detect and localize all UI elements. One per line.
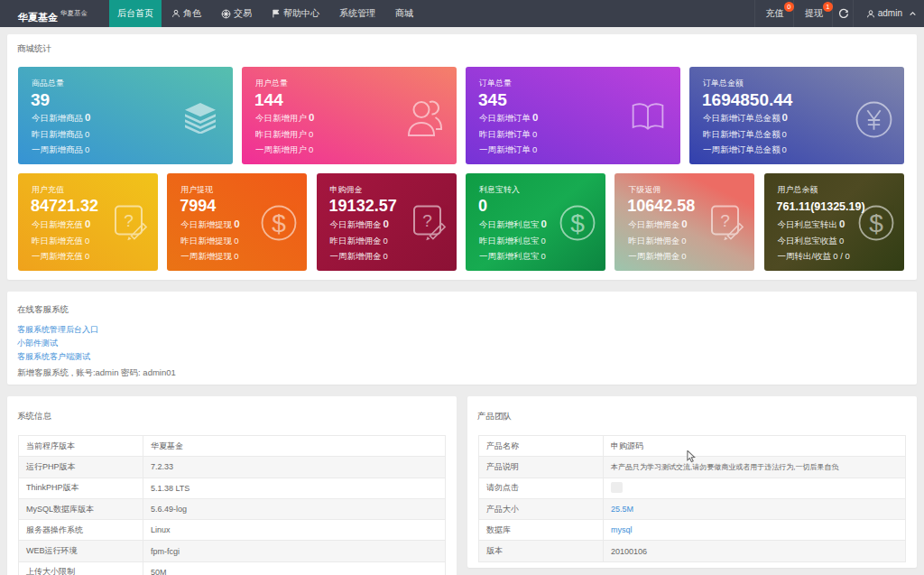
svg-text:$: $: [570, 209, 585, 237]
svg-text:?: ?: [124, 211, 134, 230]
svg-text:?: ?: [721, 211, 731, 230]
svg-text:?: ?: [422, 211, 432, 230]
svg-text:$: $: [273, 209, 287, 237]
svg-text:$: $: [869, 209, 883, 237]
